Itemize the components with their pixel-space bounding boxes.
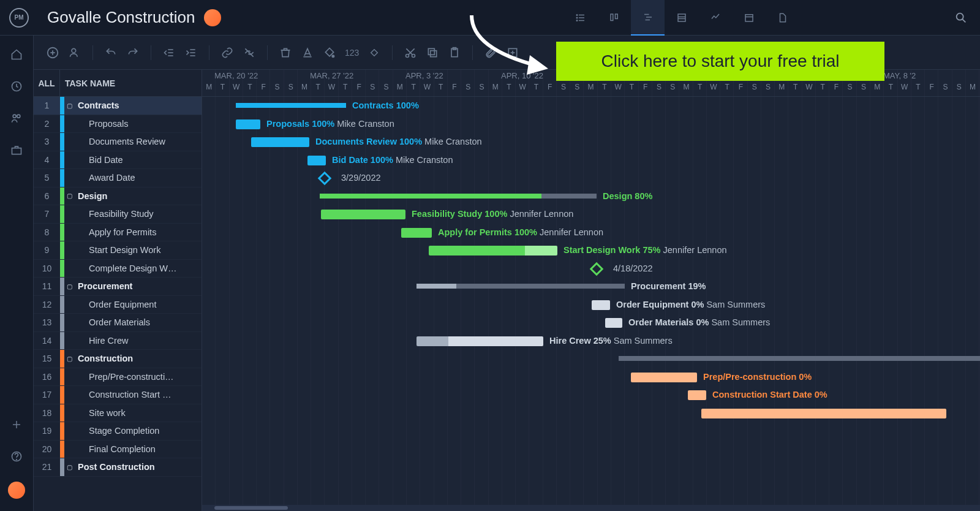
- gantt-bar[interactable]: [321, 210, 405, 219]
- outdent-icon[interactable]: [162, 46, 176, 59]
- home-icon[interactable]: [10, 48, 23, 61]
- fill-icon[interactable]: [323, 46, 336, 59]
- task-row[interactable]: 10 Complete Design W…: [34, 260, 202, 278]
- gantt-bar[interactable]: [605, 318, 622, 328]
- list-view-tab[interactable]: [564, 0, 597, 36]
- files-view-tab[interactable]: [766, 0, 799, 36]
- gantt-bar[interactable]: [592, 300, 610, 310]
- indent-icon[interactable]: [184, 46, 198, 59]
- gantt-bar[interactable]: [701, 409, 946, 418]
- timeline-day: W: [325, 83, 338, 95]
- horizontal-scrollbar[interactable]: [202, 505, 980, 511]
- task-row[interactable]: 7 Feasibility Study: [34, 205, 202, 224]
- task-row[interactable]: 17 Construction Start …: [34, 386, 202, 404]
- gantt-bar[interactable]: [429, 246, 557, 255]
- column-task-name[interactable]: TASK NAME: [60, 70, 202, 96]
- gantt-bar[interactable]: [401, 228, 432, 238]
- gantt-bar[interactable]: [307, 156, 326, 165]
- gantt-view-tab[interactable]: [631, 0, 665, 36]
- recent-icon[interactable]: [10, 80, 23, 93]
- task-row[interactable]: 20 Final Completion: [34, 441, 202, 459]
- task-row[interactable]: 6 ▢ Design: [34, 187, 202, 206]
- expand-icon[interactable]: ▢: [64, 283, 74, 290]
- task-row[interactable]: 15 ▢ Construction: [34, 350, 202, 368]
- unlink-icon[interactable]: [243, 46, 256, 59]
- search-icon[interactable]: [954, 11, 968, 25]
- gantt-bar[interactable]: [320, 194, 597, 199]
- task-row[interactable]: 21 ▢ Post Construction: [34, 458, 202, 477]
- timeline-day: T: [243, 83, 257, 95]
- gantt-bar[interactable]: [236, 103, 346, 108]
- people-icon[interactable]: [10, 112, 23, 125]
- task-row[interactable]: 4 Bid Date: [34, 151, 202, 170]
- task-row[interactable]: 8 Apply for Permits: [34, 224, 202, 242]
- gantt-bar[interactable]: [688, 390, 706, 400]
- undo-icon[interactable]: [104, 46, 118, 59]
- gantt-bar[interactable]: [417, 336, 543, 346]
- app-logo[interactable]: PM: [9, 8, 29, 28]
- gantt-bar[interactable]: [417, 284, 625, 289]
- link-icon[interactable]: [221, 46, 234, 59]
- task-name: Bid Date: [64, 155, 202, 165]
- calendar-view-tab[interactable]: [732, 0, 766, 36]
- task-row[interactable]: 5 Award Date: [34, 169, 202, 187]
- timeline-day: S: [284, 83, 298, 95]
- task-name: Documents Review: [64, 137, 202, 146]
- briefcase-icon[interactable]: [10, 143, 23, 157]
- gantt-row: [202, 350, 980, 368]
- gantt-bar[interactable]: [631, 373, 697, 382]
- row-color-bar: [60, 458, 64, 476]
- task-row[interactable]: 11 ▢ Procurement: [34, 278, 202, 296]
- user-avatar[interactable]: [8, 482, 25, 499]
- task-row[interactable]: 3 Documents Review: [34, 133, 202, 151]
- task-row[interactable]: 1 ▢ Contracts: [34, 97, 202, 115]
- task-row[interactable]: 9 Start Design Work: [34, 241, 202, 260]
- svg-rect-6: [611, 14, 613, 21]
- row-number: 6: [34, 191, 60, 201]
- cut-icon[interactable]: [404, 46, 417, 59]
- expand-icon[interactable]: ▢: [64, 355, 74, 362]
- font-icon[interactable]: [301, 46, 314, 59]
- expand-icon[interactable]: ▢: [64, 102, 74, 109]
- column-all[interactable]: ALL: [34, 70, 60, 96]
- task-row[interactable]: 13 Order Materials: [34, 314, 202, 332]
- redo-icon[interactable]: [126, 46, 140, 59]
- row-color-bar: [60, 350, 64, 368]
- gantt-bar[interactable]: [251, 137, 309, 147]
- cta-banner[interactable]: Click here to start your free trial: [556, 42, 884, 81]
- gantt-bar[interactable]: [236, 119, 260, 129]
- paste-icon[interactable]: [448, 46, 461, 59]
- expand-icon[interactable]: ▢: [64, 192, 74, 199]
- copy-icon[interactable]: [426, 46, 439, 59]
- milestone-icon[interactable]: [368, 46, 381, 59]
- gantt-bar-label: Start Design Work 75% Jennifer Lennon: [564, 245, 727, 255]
- avatar[interactable]: [204, 9, 221, 26]
- timeline-date: APR, 3 '22: [405, 71, 443, 80]
- help-icon[interactable]: [10, 450, 23, 463]
- assign-icon[interactable]: [68, 46, 81, 59]
- delete-icon[interactable]: [279, 46, 292, 59]
- left-nav-rail: [0, 36, 34, 511]
- gantt-bar[interactable]: [619, 356, 980, 361]
- task-row[interactable]: 14 Hire Crew: [34, 332, 202, 350]
- milestone-icon[interactable]: [318, 172, 332, 186]
- task-row[interactable]: 2 Proposals: [34, 115, 202, 134]
- timeline-day: S: [570, 83, 584, 95]
- milestone-icon[interactable]: [590, 262, 604, 276]
- timeline-day: T: [625, 83, 638, 95]
- task-row[interactable]: 16 Prep/Pre-constructi…: [34, 368, 202, 387]
- task-row[interactable]: 12 Order Equipment: [34, 296, 202, 314]
- scrollbar-thumb[interactable]: [214, 506, 288, 510]
- add-task-icon[interactable]: [46, 46, 59, 59]
- add-icon[interactable]: [10, 418, 23, 431]
- gantt-row: 4/18/2022: [202, 260, 980, 278]
- expand-icon[interactable]: ▢: [64, 464, 74, 471]
- board-view-tab[interactable]: [597, 0, 631, 36]
- gantt-row: Bid Date 100% Mike Cranston: [202, 151, 980, 170]
- task-row[interactable]: 18 Site work: [34, 404, 202, 423]
- sheet-view-tab[interactable]: [665, 0, 698, 36]
- milestone-label: 4/18/2022: [613, 263, 653, 273]
- timeline-day: S: [379, 83, 393, 95]
- task-row[interactable]: 19 Stage Completion: [34, 422, 202, 441]
- dashboard-view-tab[interactable]: [698, 0, 732, 36]
